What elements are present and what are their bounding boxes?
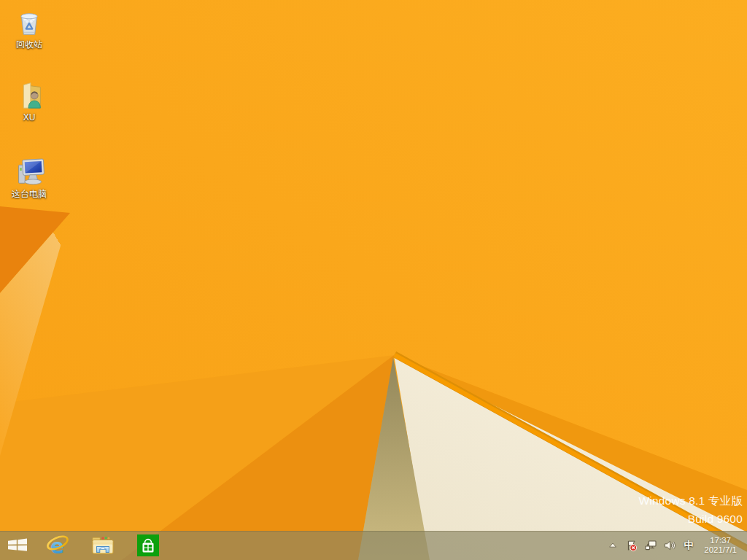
desktop-screen: 回收站 XU 这台电脑 (0, 0, 747, 560)
ime-language-label: 中 (684, 539, 694, 552)
watermark-build: Build 9600 (638, 510, 743, 528)
taskbar-button-store[interactable] (125, 531, 171, 560)
internet-explorer-icon: e (46, 534, 69, 557)
store-icon (137, 534, 159, 556)
flag-alert-icon (625, 539, 638, 552)
user-folder-icon (12, 77, 46, 111)
windows-logo-icon (7, 537, 28, 553)
taskbar-clock[interactable]: 17:37 2021/7/1 (704, 536, 737, 555)
network-icon (644, 539, 657, 552)
chevron-up-icon (607, 540, 619, 551)
system-tray: 中 17:37 2021/7/1 (606, 531, 747, 560)
file-explorer-icon (91, 534, 115, 556)
start-button[interactable] (0, 531, 35, 560)
taskbar: e (0, 531, 747, 560)
action-center-button[interactable] (625, 539, 638, 552)
desktop-icon-recycle-bin[interactable]: 回收站 (6, 4, 53, 50)
desktop-icon-this-pc[interactable]: 这台电脑 (6, 154, 53, 199)
network-status-button[interactable] (644, 539, 657, 552)
desktop-icon-user-folder[interactable]: XU (6, 77, 53, 122)
clock-time: 17:37 (710, 536, 731, 545)
windows-watermark: Windows 8.1 专业版 Build 9600 (638, 491, 743, 528)
desktop-icon-label: XU (23, 113, 36, 122)
volume-button[interactable] (663, 539, 676, 552)
taskbar-button-internet-explorer[interactable]: e (35, 531, 80, 560)
clock-date: 2021/7/1 (704, 545, 737, 555)
recycle-bin-icon (12, 4, 46, 38)
this-pc-icon (12, 154, 46, 187)
desktop-icon-label: 这台电脑 (12, 190, 47, 199)
speaker-icon (663, 539, 676, 552)
watermark-edition: Windows 8.1 专业版 (638, 491, 743, 510)
ime-indicator-button[interactable]: 中 (682, 539, 695, 552)
taskbar-button-file-explorer[interactable] (80, 531, 125, 560)
desktop-icon-label: 回收站 (16, 40, 42, 50)
wallpaper (0, 0, 747, 560)
show-hidden-icons-button[interactable] (606, 539, 619, 552)
